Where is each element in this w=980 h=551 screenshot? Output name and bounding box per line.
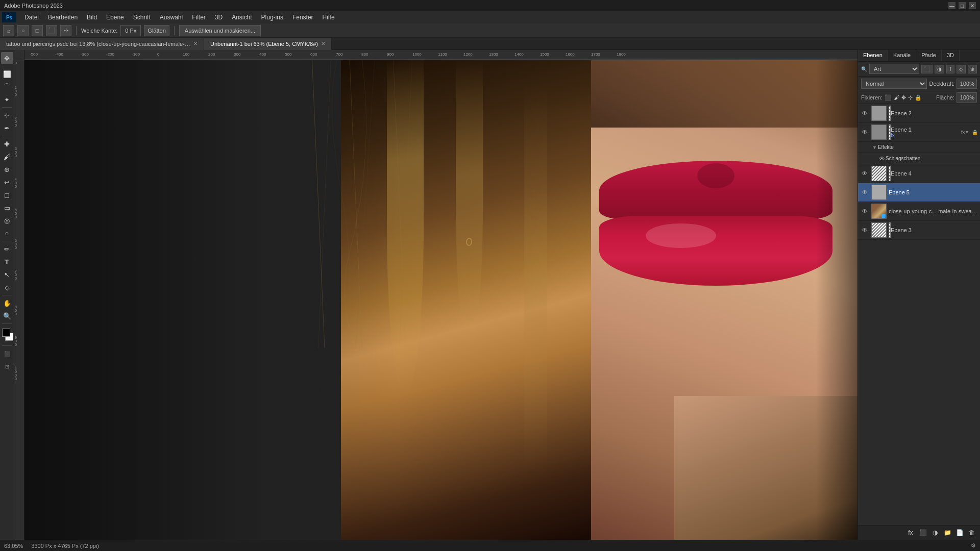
options-brush-icon[interactable]: ⊹ [60,25,71,36]
lock-all-btn[interactable]: 🔒 [915,94,922,101]
add-adjustment-btn[interactable]: ◑ [930,528,940,538]
options-brush-shape[interactable]: ○ [17,25,29,36]
tool-pen[interactable]: ✏ [1,243,13,255]
layers-toolbar: 🔍 Art ⬛ ◑ T ◇ ⊕ [858,62,980,77]
lock-transparent-btn[interactable]: ⬛ [885,94,892,101]
add-layer-style-btn[interactable]: fx [905,528,916,538]
select-mask-button[interactable]: Auswählen und maskieren... [179,25,261,36]
tab-ebenen[interactable]: Ebenen [858,50,888,61]
smooth-button[interactable]: Glätten [144,25,169,36]
tool-crop[interactable]: ⊹ [1,109,13,121]
menu-datei[interactable]: Datei [20,13,43,22]
layer-ebene5[interactable]: 👁 Ebene 5 [858,183,980,202]
tool-screen-mode[interactable]: ⊡ [1,360,13,372]
menu-ebene[interactable]: Ebene [102,13,128,22]
color-picker[interactable] [1,328,13,344]
layer-filter-adj[interactable]: ◑ [935,65,944,73]
fill-label: Fläche: [936,94,954,101]
options-home-btn[interactable]: ⌂ [3,25,14,36]
tab-1-close[interactable]: ✕ [321,41,325,46]
tool-dodge[interactable]: ○ [1,227,13,239]
lock-artboard-btn[interactable]: ⊹ [908,94,913,101]
brush-size-input[interactable] [120,25,141,36]
tab-0-label: tattoo und piercings.psdc bei 13,8% (clo… [6,41,190,47]
add-group-btn[interactable]: 📁 [942,528,952,538]
tool-eraser[interactable]: ◻ [1,189,13,201]
layer-ebene2-visibility[interactable]: 👁 [860,109,869,118]
effekte-expand[interactable]: ▼ [872,145,877,150]
layer-filter-pixel[interactable]: ⬛ [921,65,933,73]
fg-color[interactable] [2,329,10,337]
tool-mask-mode[interactable]: ⬛ [1,347,13,360]
layer-kind-select[interactable]: Art [869,64,919,74]
tool-eyedropper[interactable]: ✒ [1,122,13,134]
tab-1[interactable]: Unbenannt-1 bei 63% (Ebene 5, CMYK/8#) ✕ [204,38,332,50]
tool-clone[interactable]: ⊕ [1,163,13,176]
layer-schlagschatten[interactable]: 👁 Schlagschatten [858,153,980,164]
options-brush-square[interactable]: □ [32,25,43,36]
tool-zoom[interactable]: 🔍 [1,310,13,322]
layer-ebene4-visibility[interactable]: 👁 [860,169,869,178]
menu-plugins[interactable]: Plug-ins [257,13,287,22]
layer-bg-photo[interactable]: 👁 close-up-young-c...-male-in-sweater [858,202,980,221]
layer-ebene5-visibility[interactable]: 👁 [860,188,869,197]
tool-sep-3 [2,136,12,136]
menu-schrift[interactable]: Schrift [129,13,155,22]
tool-brush[interactable]: 🖌 [1,151,13,163]
layer-filter-text[interactable]: T [946,65,954,73]
layer-bg-visibility[interactable]: 👁 [860,207,869,216]
lock-image-btn[interactable]: 🖌 [894,94,899,101]
layer-ebene2[interactable]: 👁 Ebene 2 [858,104,980,123]
minimize-button[interactable]: — [948,2,955,9]
menu-filter[interactable]: Filter [188,13,210,22]
menu-bearbeiten[interactable]: Bearbeiten [44,13,82,22]
layer-ebene1-expand[interactable]: ▼ [965,130,969,135]
menu-3d[interactable]: 3D [211,13,227,22]
tool-path-select[interactable]: ↖ [1,268,13,281]
tool-lasso[interactable]: ⌒ [1,81,13,93]
options-brush-square2[interactable]: ⬛ [46,25,57,36]
tool-hand[interactable]: ✋ [1,297,13,309]
menu-bild[interactable]: Bild [83,13,101,22]
maximize-button[interactable]: □ [959,2,966,9]
close-button[interactable]: ✕ [969,2,976,9]
tool-gradient[interactable]: ▭ [1,202,13,214]
menu-fenster[interactable]: Fenster [288,13,317,22]
layer-ebene1[interactable]: 👁 Ebene 1 fx fx ▼ 🔒 [858,123,980,142]
tool-blur[interactable]: ◎ [1,214,13,227]
fill-input[interactable] [957,92,977,103]
tool-text[interactable]: T [1,256,13,268]
tool-magic-wand[interactable]: ✦ [1,93,13,106]
tab-0-close[interactable]: ✕ [193,41,198,46]
tool-move[interactable]: ✥ [1,52,13,64]
menu-auswahl[interactable]: Auswahl [156,13,187,22]
blend-mode-select[interactable]: Normal Multiplizieren Bildschirm [861,79,927,89]
menu-hilfe[interactable]: Hilfe [318,13,339,22]
layer-ebene3-visibility[interactable]: 👁 [860,226,869,235]
titlebar-controls[interactable]: — □ ✕ [948,2,976,9]
add-mask-btn[interactable]: ⬛ [918,528,928,538]
layer-ebene3[interactable]: 👁 Ebene 3 [858,221,980,240]
statusbar-settings-btn[interactable]: ⚙ [971,542,976,549]
layer-effekte[interactable]: ▼ Effekte [858,142,980,153]
tab-kanaele[interactable]: Kanäle [888,50,916,61]
tool-history-brush[interactable]: ↩ [1,176,13,188]
lock-position-btn[interactable]: ✥ [901,94,906,101]
schlagschatten-visibility[interactable]: 👁 [878,155,886,162]
options-bar: ⌂ ○ □ ⬛ ⊹ Weiche Kante: Glätten Auswähle… [0,23,980,38]
tool-select-rect[interactable]: ⬜ [1,68,13,80]
layer-ebene1-visibility[interactable]: 👁 [860,128,869,137]
layer-filter-smart[interactable]: ⊕ [968,65,977,73]
menu-ansicht[interactable]: Ansicht [228,13,256,22]
delete-layer-btn[interactable]: 🗑 [967,528,977,538]
tab-pfade[interactable]: Pfade [916,50,942,61]
layer-ebene4[interactable]: 👁 Ebene 4 [858,164,980,183]
new-layer-btn[interactable]: 📄 [954,528,965,538]
tool-shapes[interactable]: ◇ [1,281,13,293]
tool-healing[interactable]: ✚ [1,138,13,150]
tab-3d[interactable]: 3D [942,50,960,61]
tab-0[interactable]: tattoo und piercings.psdc bei 13,8% (clo… [0,38,204,50]
opacity-input[interactable] [957,79,977,89]
app-title: Adobe Photoshop 2023 [4,3,63,9]
layer-filter-shape[interactable]: ◇ [957,65,966,73]
